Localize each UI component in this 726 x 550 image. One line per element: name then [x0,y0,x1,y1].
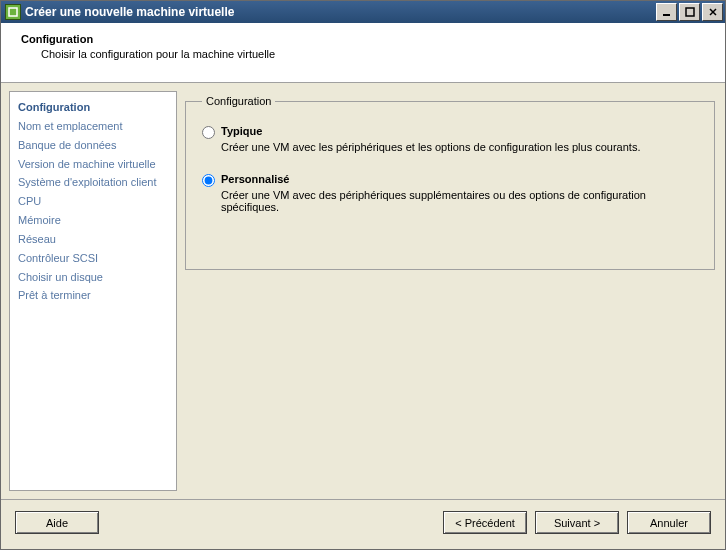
sidebar-item-disk[interactable]: Choisir un disque [18,268,168,287]
sidebar-item-configuration[interactable]: Configuration [18,98,168,117]
next-button[interactable]: Suivant > [535,511,619,534]
sidebar-item-name[interactable]: Nom et emplacement [18,117,168,136]
option-typical-desc: Créer une VM avec les périphériques et l… [221,141,698,153]
option-custom-radio[interactable] [202,174,215,187]
option-typical-radio[interactable] [202,126,215,139]
page-title: Configuration [21,33,705,45]
window-titlebar: Créer une nouvelle machine virtuelle [1,1,725,23]
wizard-footer: Aide < Précédent Suivant > Annuler [1,499,725,545]
svg-rect-0 [9,8,17,16]
sidebar-item-network[interactable]: Réseau [18,230,168,249]
option-custom-row[interactable]: Personnalisé Créer une VM avec des périp… [202,173,698,213]
sidebar-item-scsi[interactable]: Contrôleur SCSI [18,249,168,268]
svg-rect-1 [663,14,670,16]
sidebar-item-vm-version[interactable]: Version de machine virtuelle [18,155,168,174]
sidebar-item-datastore[interactable]: Banque de données [18,136,168,155]
help-button[interactable]: Aide [15,511,99,534]
option-custom-desc: Créer une VM avec des périphériques supp… [221,189,698,213]
groupbox-legend: Configuration [202,95,275,107]
window-title: Créer une nouvelle machine virtuelle [25,5,654,19]
configuration-groupbox: Configuration Typique Créer une VM avec … [185,95,715,270]
option-typical-row[interactable]: Typique Créer une VM avec les périphériq… [202,125,698,153]
cancel-button[interactable]: Annuler [627,511,711,534]
option-custom-title: Personnalisé [221,173,698,185]
option-typical-title: Typique [221,125,698,137]
app-icon [5,4,21,20]
minimize-button[interactable] [656,3,677,21]
svg-rect-2 [686,8,694,16]
sidebar-item-memory[interactable]: Mémoire [18,211,168,230]
sidebar-item-ready[interactable]: Prêt à terminer [18,286,168,305]
page-subtitle: Choisir la configuration pour la machine… [41,48,705,60]
sidebar-item-guest-os[interactable]: Système d'exploitation client [18,173,168,192]
wizard-steps-sidebar: Configuration Nom et emplacement Banque … [9,91,177,491]
wizard-header: Configuration Choisir la configuration p… [1,23,725,83]
wizard-body: Configuration Nom et emplacement Banque … [1,83,725,499]
close-button[interactable] [702,3,723,21]
maximize-button[interactable] [679,3,700,21]
back-button[interactable]: < Précédent [443,511,527,534]
sidebar-item-cpu[interactable]: CPU [18,192,168,211]
wizard-content: Configuration Typique Créer une VM avec … [181,87,721,495]
